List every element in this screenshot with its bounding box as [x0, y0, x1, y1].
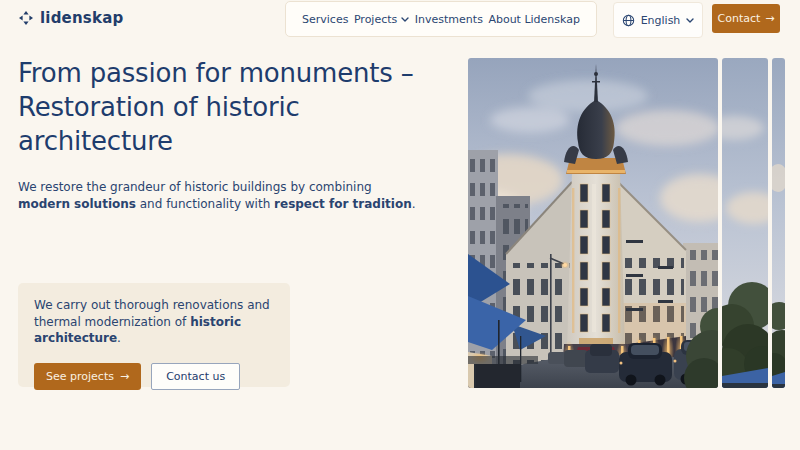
see-projects-button[interactable]: See projects →	[34, 363, 141, 390]
hero-photo-illustration	[468, 58, 718, 388]
intro-bold-text: respect for tradition	[274, 197, 412, 211]
nav-item-label: Projects	[354, 13, 397, 26]
hero-carousel-slide-next-2[interactable]	[772, 58, 785, 388]
intro-bold-text: modern solutions	[18, 197, 136, 211]
hero-intro-text: We restore the grandeur of historic buil…	[18, 179, 418, 212]
arrow-right-icon: →	[120, 370, 129, 383]
contact-button[interactable]: Contact →	[712, 4, 780, 33]
page-title: From passion for monuments – Restoration…	[18, 56, 448, 158]
nav-item-label: About Lidenskap	[488, 13, 580, 26]
page-title-line: Restoration of historic	[18, 90, 448, 124]
language-selector[interactable]: English	[613, 2, 703, 38]
hero-photo-preview-2	[772, 58, 785, 388]
hero-card-text: We carry out thorough renovations and th…	[34, 297, 274, 347]
brand-logo-icon	[18, 10, 34, 26]
chevron-down-icon	[401, 17, 409, 22]
hero-photo-preview-1	[722, 58, 768, 388]
globe-icon	[622, 14, 635, 27]
see-projects-label: See projects	[46, 370, 114, 383]
contact-us-label: Contact us	[166, 370, 225, 383]
contact-us-button[interactable]: Contact us	[151, 363, 240, 390]
nav-item-about[interactable]: About Lidenskap	[488, 13, 580, 26]
nav-item-projects[interactable]: Projects	[354, 13, 409, 26]
nav-item-investments[interactable]: Investments	[415, 13, 483, 26]
chevron-down-icon	[686, 18, 694, 23]
intro-text: and functionality with	[136, 197, 274, 211]
card-text: .	[117, 331, 121, 345]
intro-text: We restore the grandeur of historic buil…	[18, 180, 372, 194]
hero-card: We carry out thorough renovations and th…	[18, 283, 290, 387]
main-nav: Services Projects Investments About Lide…	[285, 1, 597, 37]
brand-name: lidenskap	[40, 9, 123, 27]
page-title-line: architecture	[18, 124, 448, 158]
brand-logo[interactable]: lidenskap	[18, 9, 123, 27]
nav-item-label: Investments	[415, 13, 483, 26]
contact-button-label: Contact	[718, 12, 761, 25]
nav-item-label: Services	[302, 13, 348, 26]
language-selected: English	[641, 14, 681, 27]
arrow-right-icon: →	[765, 12, 774, 25]
hero-carousel-slide-current[interactable]	[468, 58, 718, 388]
hero-carousel-slide-next-1[interactable]	[722, 58, 768, 388]
nav-item-services[interactable]: Services	[302, 13, 348, 26]
intro-text: .	[412, 197, 416, 211]
hero-card-buttons: See projects → Contact us	[34, 363, 274, 390]
page-title-line: From passion for monuments –	[18, 56, 448, 90]
